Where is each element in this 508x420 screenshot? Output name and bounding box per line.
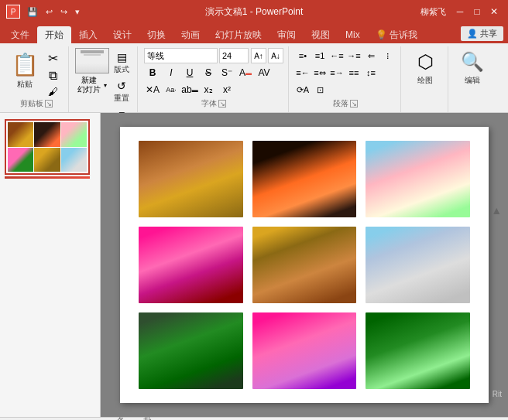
photo-cell-4[interactable] <box>139 227 243 303</box>
slides-group: 新建 幻灯片 ▾ ▤ 版式 ↺ 重置 ≡ 节 幻灯片 <box>70 46 138 112</box>
photo-grid <box>139 141 470 389</box>
highlight-button[interactable]: ab▬ <box>181 82 198 97</box>
align-row: ≡← ≡⇔ ≡→ ≡≡ ↕≡ <box>295 65 379 80</box>
tab-insert[interactable]: 插入 <box>71 26 105 43</box>
decrease-indent-button[interactable]: ←≡ <box>329 48 345 63</box>
format-painter-button[interactable]: 🖌 <box>42 85 64 98</box>
decrease-font-button[interactable]: A↓ <box>268 48 283 63</box>
window-title: 演示文稿1 - PowerPoint <box>205 5 304 19</box>
tab-mix[interactable]: Mix <box>338 26 368 43</box>
layout-button[interactable]: ▤ 版式 <box>111 50 132 77</box>
justify-button[interactable]: ≡≡ <box>346 65 362 80</box>
char-spacing-button[interactable]: AV <box>256 65 273 80</box>
font-label-text: 字体 <box>201 98 217 109</box>
photo-cell-3[interactable] <box>366 141 470 217</box>
photo-cell-6[interactable] <box>366 227 470 303</box>
tab-review[interactable]: 审阅 <box>269 26 304 43</box>
paragraph-content: ≡• ≡1 ←≡ →≡ ⇐ ⫶ ≡← ≡⇔ ≡→ ≡≡ ↕≡ ⟳A ⊡ <box>295 46 396 98</box>
bold-button[interactable]: B <box>144 65 161 80</box>
tab-animations[interactable]: 动画 <box>173 26 208 43</box>
slide-thumbnail-1[interactable] <box>5 119 90 175</box>
tab-view[interactable]: 视图 <box>304 26 338 43</box>
tab-transitions[interactable]: 切换 <box>139 26 173 43</box>
title-bar: P 💾 ↩ ↪ ▾ 演示文稿1 - PowerPoint 柳紫飞 ─ □ ✕ <box>0 0 508 23</box>
save-qat-button[interactable]: 💾 <box>25 5 40 19</box>
font-color-button[interactable]: A▬ <box>237 65 254 80</box>
align-left-button[interactable]: ≡← <box>295 65 311 80</box>
font-label: 字体 ↘ <box>201 98 226 112</box>
clear-format-button[interactable]: ✕A <box>144 82 161 97</box>
customize-qat-button[interactable]: ▾ <box>73 5 82 19</box>
draw-button[interactable]: ⬡ 绘图 <box>407 48 443 88</box>
minimize-button[interactable]: ─ <box>452 4 468 19</box>
share-label: 共享 <box>480 28 497 39</box>
subscript-button[interactable]: x₂ <box>200 82 217 97</box>
column-button[interactable]: ⫶ <box>380 48 396 63</box>
slide-layout-thumb[interactable] <box>75 48 109 73</box>
photo-cell-9[interactable] <box>366 312 470 389</box>
font-size-input[interactable] <box>219 48 249 63</box>
shadow-button[interactable]: S⁻ <box>218 65 235 80</box>
tab-help[interactable]: 💡告诉我 <box>368 26 425 43</box>
restore-button[interactable]: □ <box>469 4 485 19</box>
font-expand-button[interactable]: ↘ <box>218 100 226 108</box>
rtl-button[interactable]: ⇐ <box>363 48 379 63</box>
redo-qat-button[interactable]: ↪ <box>58 5 70 19</box>
share-button[interactable]: 👤 共享 <box>461 26 503 41</box>
clipboard-content: 📋 粘贴 ✂ ⧉ 🖌 <box>9 46 64 98</box>
font-theme-button[interactable]: Aa· <box>163 82 180 97</box>
paste-button[interactable]: 📋 粘贴 <box>9 48 40 91</box>
tab-design[interactable]: 设计 <box>105 26 139 43</box>
font-case-row: ✕A Aa· ab▬ x₂ x² <box>144 82 235 97</box>
thumb-photo-2 <box>34 122 60 147</box>
font-name-input[interactable] <box>144 48 218 63</box>
photo-cell-1[interactable] <box>139 141 243 217</box>
clipboard-expand-button[interactable]: ↘ <box>45 100 53 108</box>
canvas-area[interactable] <box>101 113 508 417</box>
paragraph-group: ≡• ≡1 ←≡ →≡ ⇐ ⫶ ≡← ≡⇔ ≡→ ≡≡ ↕≡ ⟳A ⊡ 段落 ↘ <box>290 46 401 112</box>
reset-label: 重置 <box>114 93 129 104</box>
photo-cell-2[interactable] <box>252 141 357 217</box>
increase-indent-button[interactable]: →≡ <box>346 48 362 63</box>
tab-file[interactable]: 文件 <box>3 26 37 43</box>
line-spacing-button[interactable]: ↕≡ <box>363 65 379 80</box>
photo-cell-7[interactable] <box>139 312 243 389</box>
text-direction-button[interactable]: ⟳A <box>295 82 311 97</box>
photo-cell-5[interactable] <box>252 227 357 303</box>
ribbon: 📋 粘贴 ✂ ⧉ 🖌 剪贴板 ↘ <box>0 43 508 113</box>
undo-qat-button[interactable]: ↩ <box>43 5 55 19</box>
layout-icon: ▤ <box>117 51 127 63</box>
new-slide-button[interactable]: 新建 幻灯片 ▾ <box>75 75 109 95</box>
numbered-list-button[interactable]: ≡1 <box>312 48 328 63</box>
collapse-ribbon-button[interactable]: ▲ <box>491 204 502 217</box>
italic-button[interactable]: I <box>163 65 180 80</box>
copy-button[interactable]: ⧉ <box>42 68 64 84</box>
tab-home[interactable]: 开始 <box>37 26 71 43</box>
thumb-photo-3 <box>61 122 87 147</box>
paste-label: 粘贴 <box>17 79 33 90</box>
draw-content: ⬡ 绘图 <box>407 46 443 101</box>
clipboard-label-text: 剪贴板 <box>20 98 43 109</box>
underline-button[interactable]: U <box>181 65 198 80</box>
tab-slideshow[interactable]: 幻灯片放映 <box>208 26 269 43</box>
superscript-button[interactable]: x² <box>218 82 235 97</box>
photo-cell-8[interactable] <box>252 312 357 389</box>
clipboard-group: 📋 粘贴 ✂ ⧉ 🖌 剪贴板 ↘ <box>5 46 69 112</box>
reset-button[interactable]: ↺ 重置 <box>111 78 132 105</box>
title-bar-right: 柳紫飞 ─ □ ✕ <box>420 4 502 19</box>
close-button[interactable]: ✕ <box>486 4 502 19</box>
paste-icon: 📋 <box>12 50 37 79</box>
cut-button[interactable]: ✂ <box>42 51 64 67</box>
slide-thumb-container-1: 1 <box>5 119 95 179</box>
paragraph-expand-button[interactable]: ↘ <box>350 100 358 108</box>
font-content: A↑ A↓ B I U S S⁻ A▬ AV ✕A Aa· ab▬ x₂ x² <box>144 46 283 98</box>
align-center-button[interactable]: ≡⇔ <box>312 65 328 80</box>
strikethrough-button[interactable]: S <box>200 65 217 80</box>
main-area: 1 <box>0 113 508 417</box>
bullet-list-button[interactable]: ≡• <box>295 48 311 63</box>
smart-art-button[interactable]: ⊡ <box>312 82 328 97</box>
edit-button[interactable]: 🔍 编辑 <box>455 48 490 88</box>
scissors-icon: ✂ <box>48 53 58 65</box>
increase-font-button[interactable]: A↑ <box>251 48 266 63</box>
align-right-button[interactable]: ≡→ <box>329 65 345 80</box>
